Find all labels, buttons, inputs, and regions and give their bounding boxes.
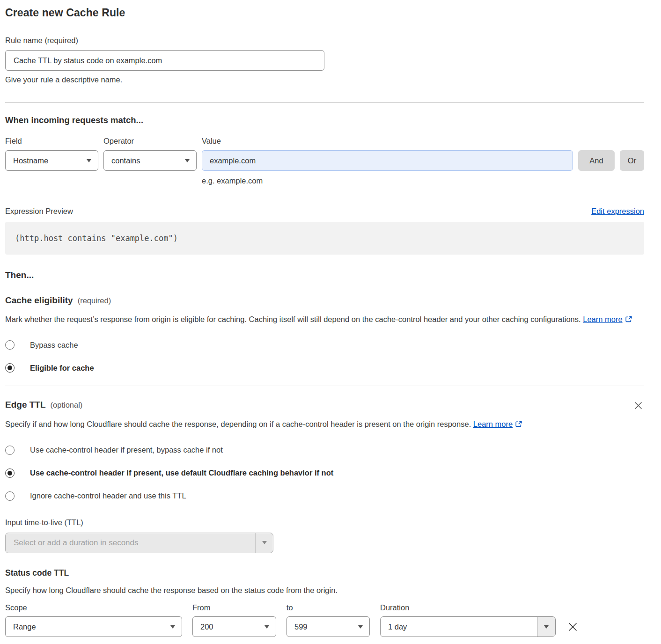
chevron-down-icon (170, 625, 175, 629)
edge-ttl-description: Specify if and how long Cloudflare shoul… (5, 417, 637, 432)
chevron-down-icon (255, 533, 273, 553)
ttl-duration-placeholder: Select or add a duration in seconds (6, 533, 255, 553)
section-divider (5, 386, 644, 386)
edit-expression-link[interactable]: Edit expression (591, 207, 644, 216)
radio-label: Use cache-control header if present, use… (30, 468, 333, 477)
rule-name-input[interactable]: Cache TTL by status code on example.com (5, 50, 324, 71)
field-label: Field (5, 137, 98, 146)
radio-icon (5, 340, 15, 350)
page-title: Create new Cache Rule (5, 7, 644, 19)
operator-select[interactable]: contains (103, 150, 197, 171)
radio-bypass-cache[interactable]: Bypass cache (5, 340, 644, 350)
chevron-down-icon (537, 617, 555, 637)
radio-checked-icon (5, 363, 15, 373)
from-label: From (192, 603, 276, 612)
cache-eligibility-heading: Cache eligibility (5, 295, 73, 306)
ttl-duration-select[interactable]: Select or add a duration in seconds (5, 533, 273, 553)
status-code-ttl-heading: Status code TTL (5, 568, 644, 578)
scope-select-value: Range (13, 622, 36, 631)
radio-label: Use cache-control header if present, byp… (30, 446, 223, 454)
radio-label: Eligible for cache (30, 364, 94, 373)
radio-ignore-header[interactable]: Ignore cache-control header and use this… (5, 491, 644, 501)
chevron-down-icon (358, 625, 363, 629)
value-label: Value (202, 137, 573, 146)
duration-select-value: 1 day (381, 617, 537, 637)
to-select-value: 599 (294, 622, 308, 631)
chevron-down-icon (87, 159, 91, 162)
edge-ttl-qualifier: (optional) (51, 401, 83, 410)
and-button[interactable]: And (578, 150, 615, 171)
operator-select-value: contains (111, 156, 140, 165)
close-icon (633, 401, 643, 410)
radio-eligible-for-cache[interactable]: Eligible for cache (5, 363, 644, 373)
expression-code: (http.host contains "example.com") (15, 234, 178, 243)
from-select-value: 200 (200, 622, 213, 631)
radio-label: Ignore cache-control header and use this… (30, 491, 186, 500)
value-input[interactable]: example.com (202, 150, 573, 171)
value-helper: e.g. example.com (202, 176, 573, 185)
delete-x-icon (567, 621, 579, 633)
rule-name-label: Rule name (required) (5, 36, 644, 45)
ttl-input-label: Input time-to-live (TTL) (5, 518, 644, 527)
rule-name-value: Cache TTL by status code on example.com (14, 56, 162, 65)
operator-label: Operator (103, 137, 197, 146)
edge-ttl-learn-more-link[interactable]: Learn more (473, 420, 513, 428)
match-labels-row: Field Operator Value (5, 137, 644, 146)
external-link-icon (625, 314, 632, 327)
rule-name-helper: Give your rule a descriptive name. (5, 75, 644, 84)
match-heading: When incoming requests match... (5, 115, 644, 125)
status-labels-row: Scope From to Duration (5, 603, 644, 612)
edge-ttl-heading: Edge TTL (5, 400, 46, 410)
radio-use-header-bypass[interactable]: Use cache-control header if present, byp… (5, 446, 644, 455)
from-select[interactable]: 200 (192, 616, 276, 637)
scope-select[interactable]: Range (5, 616, 182, 637)
value-input-text: example.com (210, 156, 256, 165)
radio-checked-icon (5, 468, 15, 478)
delete-status-row-button[interactable] (566, 620, 580, 634)
then-heading: Then... (5, 270, 644, 280)
radio-icon (5, 491, 15, 501)
cache-eligibility-description: Mark whether the request’s response from… (5, 313, 637, 327)
section-divider (5, 102, 644, 102)
field-select-value: Hostname (13, 156, 48, 165)
field-select[interactable]: Hostname (5, 150, 98, 171)
cache-eligibility-learn-more-link[interactable]: Learn more (583, 315, 622, 323)
radio-icon (5, 446, 15, 455)
create-cache-rule-form: Create new Cache Rule Rule name (require… (0, 0, 661, 644)
chevron-down-icon (185, 159, 190, 162)
status-controls-row: Range 200 599 1 day (5, 616, 644, 637)
chevron-down-icon (264, 625, 269, 629)
status-code-ttl-description: Specify how long Cloudflare should cache… (5, 584, 637, 597)
to-select[interactable]: 599 (286, 616, 370, 637)
radio-label: Bypass cache (30, 341, 78, 350)
to-label: to (286, 603, 370, 612)
or-button[interactable]: Or (620, 150, 644, 171)
match-controls-row: Hostname contains example.com And Or (5, 150, 644, 171)
duration-select[interactable]: 1 day (380, 616, 556, 637)
edge-ttl-close-button[interactable] (632, 400, 644, 411)
external-link-icon (515, 418, 522, 432)
expression-code-block: (http.host contains "example.com") (5, 222, 644, 255)
cache-eligibility-qualifier: (required) (78, 296, 111, 305)
scope-label: Scope (5, 603, 182, 612)
expression-preview-label: Expression Preview (5, 207, 73, 216)
duration-label: Duration (380, 603, 556, 612)
radio-use-header-default[interactable]: Use cache-control header if present, use… (5, 468, 644, 478)
